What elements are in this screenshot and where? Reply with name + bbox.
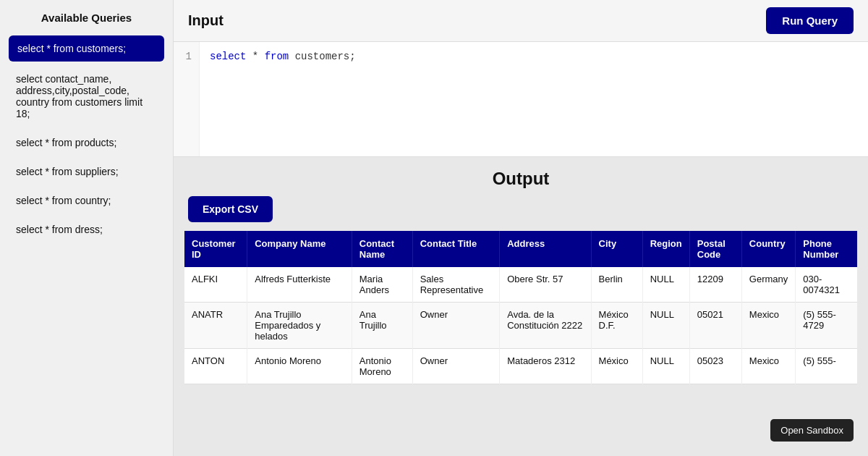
- cell-r2-c8: Mexico: [741, 349, 795, 384]
- sidebar-query-q1[interactable]: select * from customers;: [9, 35, 164, 62]
- cell-r2-c9: (5) 555-: [796, 349, 857, 384]
- col-header-8: Country: [741, 231, 795, 267]
- code-editor[interactable]: 1 select * from customers;: [174, 41, 868, 157]
- cell-r2-c3: Owner: [412, 349, 500, 384]
- col-header-1: Company Name: [247, 231, 352, 267]
- run-query-button[interactable]: Run Query: [766, 7, 854, 34]
- cell-r1-c3: Owner: [412, 303, 500, 349]
- cell-r1-c6: NULL: [642, 303, 689, 349]
- line-number-1: 1: [186, 51, 192, 62]
- cell-r1-c0: ANATR: [184, 303, 247, 349]
- header-row: Customer IDCompany NameContact NameConta…: [184, 231, 857, 267]
- col-header-7: Postal Code: [689, 231, 741, 267]
- col-header-0: Customer ID: [184, 231, 247, 267]
- cell-r1-c1: Ana Trujillo Emparedados y helados: [247, 303, 352, 349]
- col-header-3: Contact Title: [412, 231, 500, 267]
- header: Input Run Query: [174, 0, 868, 41]
- sidebar-query-q2[interactable]: select contact_name, address,city,postal…: [9, 67, 164, 125]
- col-header-2: Contact Name: [352, 231, 412, 267]
- cell-r2-c7: 05023: [689, 349, 741, 384]
- col-header-5: City: [591, 231, 642, 267]
- sidebar-query-q6[interactable]: select * from dress;: [9, 218, 164, 241]
- cell-r0-c6: NULL: [642, 267, 689, 303]
- table-row: ANATRAna Trujillo Emparedados y heladosA…: [184, 303, 857, 349]
- cell-r2-c2: Antonio Moreno: [352, 349, 412, 384]
- col-header-6: Region: [642, 231, 689, 267]
- cell-r0-c3: Sales Representative: [412, 267, 500, 303]
- export-csv-button[interactable]: Export CSV: [188, 196, 273, 222]
- line-numbers: 1: [174, 42, 200, 156]
- cell-r0-c4: Obere Str. 57: [500, 267, 591, 303]
- keyword-from: from: [265, 51, 289, 62]
- cell-r0-c0: ALFKI: [184, 267, 247, 303]
- cell-r2-c0: ANTON: [184, 349, 247, 384]
- keyword-select: select: [210, 51, 246, 62]
- col-header-9: Phone Number: [796, 231, 857, 267]
- output-section: Output Export CSV Customer IDCompany Nam…: [174, 157, 868, 456]
- cell-r0-c2: Maria Anders: [352, 267, 412, 303]
- sidebar-query-q5[interactable]: select * from country;: [9, 189, 164, 212]
- table-row: ANTONAntonio MorenoAntonio MorenoOwnerMa…: [184, 349, 857, 384]
- sidebar-query-q3[interactable]: select * from products;: [9, 131, 164, 154]
- cell-r1-c5: México D.F.: [591, 303, 642, 349]
- cell-r2-c6: NULL: [642, 349, 689, 384]
- cell-r0-c5: Berlin: [591, 267, 642, 303]
- cell-r1-c7: 05021: [689, 303, 741, 349]
- cell-r0-c7: 12209: [689, 267, 741, 303]
- sidebar: Available Queries select * from customer…: [0, 0, 174, 456]
- star-operator: *: [246, 51, 264, 62]
- table-header: Customer IDCompany NameContact NameConta…: [184, 231, 857, 267]
- output-title: Output: [174, 157, 868, 196]
- sidebar-query-q4[interactable]: select * from suppliers;: [9, 160, 164, 183]
- cell-r1-c4: Avda. de la Constitución 2222: [500, 303, 591, 349]
- cell-r2-c4: Mataderos 2312: [500, 349, 591, 384]
- cell-r1-c2: Ana Trujillo: [352, 303, 412, 349]
- cell-r1-c9: (5) 555-4729: [796, 303, 857, 349]
- cell-r0-c9: 030-0074321: [796, 267, 857, 303]
- code-content[interactable]: select * from customers;: [200, 42, 868, 156]
- cell-r0-c1: Alfreds Futterkiste: [247, 267, 352, 303]
- main-content: Input Run Query 1 select * from customer…: [174, 0, 868, 456]
- cell-r2-c1: Antonio Moreno: [247, 349, 352, 384]
- page-title: Input: [188, 12, 224, 29]
- cell-r1-c8: Mexico: [741, 303, 795, 349]
- sidebar-title: Available Queries: [9, 12, 164, 24]
- table-row: ALFKIAlfreds FutterkisteMaria AndersSale…: [184, 267, 857, 303]
- table-name: customers;: [289, 51, 355, 62]
- results-table: Customer IDCompany NameContact NameConta…: [184, 231, 857, 384]
- cell-r0-c8: Germany: [741, 267, 795, 303]
- cell-r2-c5: México: [591, 349, 642, 384]
- query-list: select * from customers;select contact_n…: [9, 35, 164, 241]
- open-sandbox-button[interactable]: Open Sandbox: [770, 419, 854, 442]
- col-header-4: Address: [500, 231, 591, 267]
- table-body: ALFKIAlfreds FutterkisteMaria AndersSale…: [184, 267, 857, 384]
